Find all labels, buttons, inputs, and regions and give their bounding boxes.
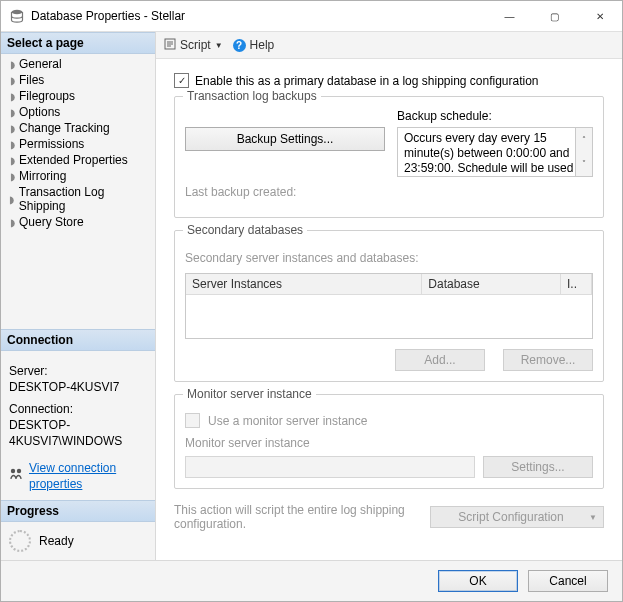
- help-icon: ?: [233, 39, 246, 52]
- page-label: General: [19, 57, 62, 71]
- monitor-server-group: Monitor server instance Use a monitor se…: [174, 394, 604, 489]
- connection-header: Connection: [1, 329, 155, 351]
- svg-point-0: [12, 10, 23, 14]
- server-value: DESKTOP-4KUSVI7: [9, 379, 147, 395]
- secondary-list-label: Secondary server instances and databases…: [185, 251, 593, 265]
- ok-button[interactable]: OK: [438, 570, 518, 592]
- backup-schedule-label: Backup schedule:: [397, 109, 593, 123]
- grid-header: Server Instances Database I..: [186, 274, 592, 295]
- dropdown-icon: ▼: [589, 513, 597, 522]
- page-filegroups[interactable]: ◗Filegroups: [1, 88, 155, 104]
- dialog-footer: OK Cancel: [1, 560, 622, 601]
- select-page-header: Select a page: [1, 32, 155, 54]
- content-toolbar: Script ▼ ? Help: [156, 32, 622, 59]
- script-icon: [164, 38, 176, 53]
- help-label: Help: [250, 38, 275, 52]
- page-label: Transaction Log Shipping: [19, 185, 151, 213]
- main-panel: Script ▼ ? Help Enable this as a primary…: [156, 32, 622, 560]
- secondary-grid[interactable]: Server Instances Database I..: [185, 273, 593, 339]
- window-title: Database Properties - Stellar: [31, 9, 185, 23]
- help-button[interactable]: ? Help: [233, 38, 275, 52]
- backup-schedule-text: Occurs every day every 15 minute(s) betw…: [404, 131, 573, 177]
- script-configuration-dropdown: Script Configuration ▼: [430, 506, 604, 528]
- page-permissions[interactable]: ◗Permissions: [1, 136, 155, 152]
- title-bar: Database Properties - Stellar — ▢ ✕: [1, 1, 622, 32]
- last-backup-label: Last backup created:: [185, 185, 593, 199]
- progress-status: Ready: [39, 534, 74, 548]
- script-dropdown[interactable]: Script ▼: [164, 38, 223, 53]
- use-monitor-checkbox: [185, 413, 200, 428]
- enable-primary-checkbox[interactable]: [174, 73, 189, 88]
- page-options[interactable]: ◗Options: [1, 104, 155, 120]
- monitor-legend: Monitor server instance: [183, 387, 316, 401]
- page-files[interactable]: ◗Files: [1, 72, 155, 88]
- page-label: Query Store: [19, 215, 84, 229]
- transaction-log-backups-group: Transaction log backups Backup Settings.…: [174, 96, 604, 218]
- backup-settings-button[interactable]: Backup Settings...: [185, 127, 385, 151]
- content-area: Enable this as a primary database in a l…: [156, 59, 622, 560]
- page-label: Files: [19, 73, 44, 87]
- page-label: Filegroups: [19, 89, 75, 103]
- grid-body: [186, 295, 592, 338]
- secondary-databases-group: Secondary databases Secondary server ins…: [174, 230, 604, 382]
- svg-point-2: [17, 469, 21, 473]
- progress-panel: Ready: [1, 522, 155, 560]
- schedule-spin-down[interactable]: ˅: [575, 152, 592, 176]
- page-change-tracking[interactable]: ◗Change Tracking: [1, 120, 155, 136]
- page-query-store[interactable]: ◗Query Store: [1, 214, 155, 230]
- minimize-button[interactable]: —: [487, 1, 532, 31]
- page-label: Change Tracking: [19, 121, 110, 135]
- page-list: ◗General ◗Files ◗Filegroups ◗Options ◗Ch…: [1, 54, 155, 238]
- page-extended-properties[interactable]: ◗Extended Properties: [1, 152, 155, 168]
- page-label: Extended Properties: [19, 153, 128, 167]
- page-label: Permissions: [19, 137, 84, 151]
- sidebar: Select a page ◗General ◗Files ◗Filegroup…: [1, 32, 156, 560]
- schedule-spin-up[interactable]: ˄: [575, 128, 592, 153]
- connection-properties-icon: [9, 467, 23, 485]
- cancel-button[interactable]: Cancel: [528, 570, 608, 592]
- progress-spinner-icon: [9, 530, 31, 552]
- server-label: Server:: [9, 363, 147, 379]
- script-note: This action will script the entire log s…: [174, 503, 430, 531]
- maximize-button[interactable]: ▢: [532, 1, 577, 31]
- progress-header: Progress: [1, 500, 155, 522]
- svg-point-1: [11, 469, 15, 473]
- monitor-settings-button: Settings...: [483, 456, 593, 478]
- add-secondary-button[interactable]: Add...: [395, 349, 485, 371]
- close-button[interactable]: ✕: [577, 1, 622, 31]
- remove-secondary-button: Remove...: [503, 349, 593, 371]
- window-root: Database Properties - Stellar — ▢ ✕ Sele…: [0, 0, 623, 602]
- enable-primary-label: Enable this as a primary database in a l…: [195, 74, 539, 88]
- dropdown-icon: ▼: [215, 41, 223, 50]
- page-label: Mirroring: [19, 169, 66, 183]
- col-server-instances[interactable]: Server Instances: [186, 274, 422, 294]
- tlb-legend: Transaction log backups: [183, 89, 321, 103]
- monitor-field-label: Monitor server instance: [185, 436, 593, 450]
- script-label: Script: [180, 38, 211, 52]
- page-mirroring[interactable]: ◗Mirroring: [1, 168, 155, 184]
- sec-db-legend: Secondary databases: [183, 223, 307, 237]
- script-configuration-label: Script Configuration: [458, 510, 563, 524]
- col-last[interactable]: I..: [561, 274, 592, 294]
- page-label: Options: [19, 105, 60, 119]
- view-connection-properties-link[interactable]: View connection properties: [29, 460, 147, 492]
- page-transaction-log-shipping[interactable]: ◗Transaction Log Shipping: [1, 184, 155, 214]
- monitor-server-field: [185, 456, 475, 478]
- page-general[interactable]: ◗General: [1, 56, 155, 72]
- connection-value: DESKTOP-4KUSVI7\WINDOWS: [9, 417, 147, 449]
- connection-panel: Server: DESKTOP-4KUSVI7 Connection: DESK…: [1, 351, 155, 500]
- col-database[interactable]: Database: [422, 274, 561, 294]
- backup-schedule-field[interactable]: Occurs every day every 15 minute(s) betw…: [397, 127, 593, 177]
- connection-label: Connection:: [9, 401, 147, 417]
- use-monitor-label: Use a monitor server instance: [208, 414, 367, 428]
- database-icon: [9, 8, 25, 24]
